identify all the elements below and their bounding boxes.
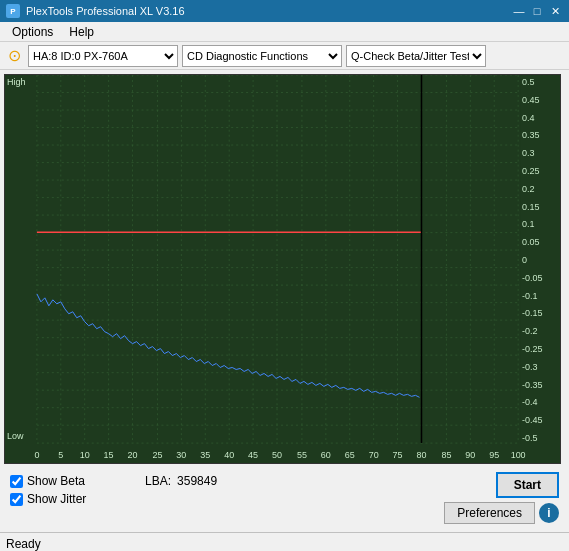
svg-text:35: 35 (200, 450, 210, 460)
chart-container: High Low 0.5 0.45 0.4 0.35 0.3 0.25 0.2 … (4, 74, 561, 464)
svg-text:70: 70 (369, 450, 379, 460)
svg-text:50: 50 (272, 450, 282, 460)
pref-row: Preferences i (444, 502, 559, 524)
test-select[interactable]: Q-Check Beta/Jitter Test (346, 45, 486, 67)
lba-value: 359849 (177, 474, 217, 488)
title-bar: P PlexTools Professional XL V3.16 — □ ✕ (0, 0, 569, 22)
title-bar-text: PlexTools Professional XL V3.16 (26, 5, 185, 17)
toolbar: ⊙ HA:8 ID:0 PX-760A CD Diagnostic Functi… (0, 42, 569, 70)
svg-text:90: 90 (465, 450, 475, 460)
title-bar-left: P PlexTools Professional XL V3.16 (6, 4, 185, 18)
show-jitter-label: Show Jitter (27, 492, 86, 506)
bottom-left: Show Beta LBA: 359849 Show Jitter (10, 472, 217, 506)
show-beta-row: Show Beta (10, 474, 85, 488)
svg-text:85: 85 (441, 450, 451, 460)
svg-text:5: 5 (58, 450, 63, 460)
svg-text:75: 75 (393, 450, 403, 460)
app-icon: P (6, 4, 20, 18)
info-button[interactable]: i (539, 503, 559, 523)
svg-text:10: 10 (80, 450, 90, 460)
show-jitter-row: Show Jitter (10, 492, 217, 506)
svg-text:20: 20 (128, 450, 138, 460)
status-text: Ready (6, 537, 41, 551)
svg-rect-0 (37, 75, 520, 443)
title-bar-controls: — □ ✕ (511, 4, 563, 18)
show-beta-checkbox[interactable] (10, 475, 23, 488)
status-bar: Ready (0, 532, 569, 551)
svg-text:100: 100 (511, 450, 526, 460)
minimize-button[interactable]: — (511, 4, 527, 18)
show-beta-label: Show Beta (27, 474, 85, 488)
svg-text:65: 65 (345, 450, 355, 460)
lba-label: LBA: (145, 474, 171, 488)
svg-text:30: 30 (176, 450, 186, 460)
main-content: High Low 0.5 0.45 0.4 0.35 0.3 0.25 0.2 … (0, 70, 569, 532)
close-button[interactable]: ✕ (547, 4, 563, 18)
svg-text:15: 15 (104, 450, 114, 460)
drive-icon: ⊙ (4, 46, 24, 66)
svg-text:60: 60 (321, 450, 331, 460)
bottom-right: Start Preferences i (444, 472, 559, 524)
drive-select[interactable]: HA:8 ID:0 PX-760A (28, 45, 178, 67)
lba-section: LBA: 359849 (145, 472, 217, 490)
preferences-button[interactable]: Preferences (444, 502, 535, 524)
start-button[interactable]: Start (496, 472, 559, 498)
bottom-panel: Show Beta LBA: 359849 Show Jitter Start … (4, 468, 565, 528)
svg-text:45: 45 (248, 450, 258, 460)
function-select[interactable]: CD Diagnostic Functions (182, 45, 342, 67)
svg-text:80: 80 (417, 450, 427, 460)
menu-item-help[interactable]: Help (61, 23, 102, 41)
maximize-button[interactable]: □ (529, 4, 545, 18)
svg-text:25: 25 (152, 450, 162, 460)
menu-bar: Options Help (0, 22, 569, 42)
svg-text:55: 55 (297, 450, 307, 460)
svg-text:40: 40 (224, 450, 234, 460)
chart-svg: 0 5 10 15 20 25 30 35 40 45 50 55 60 65 … (5, 75, 560, 463)
show-jitter-checkbox[interactable] (10, 493, 23, 506)
svg-text:95: 95 (489, 450, 499, 460)
svg-text:0: 0 (34, 450, 39, 460)
menu-item-options[interactable]: Options (4, 23, 61, 41)
